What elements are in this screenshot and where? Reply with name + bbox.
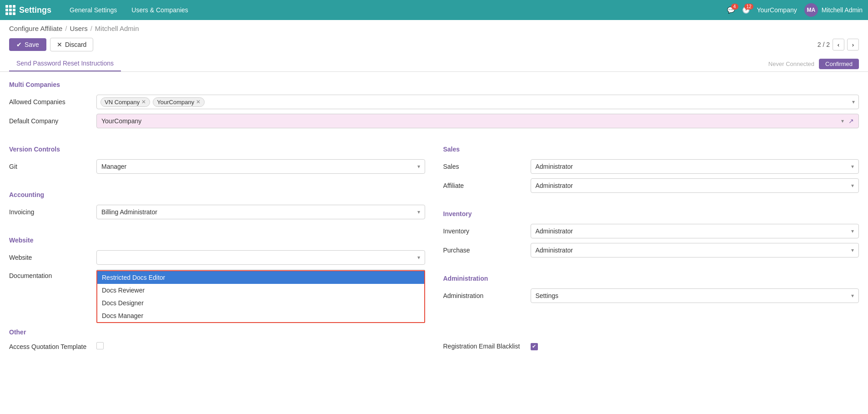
- documentation-dropdown-list: Restricted Docs Editor Docs Reviewer Doc…: [96, 270, 425, 323]
- status-confirmed-badge: Confirmed: [819, 59, 859, 69]
- registration-email-label: Registration Email Blacklist: [443, 343, 525, 350]
- nav-general-settings[interactable]: General Settings: [62, 0, 124, 20]
- default-company-field: YourCompany ▾ ↗: [96, 114, 859, 128]
- spacer-2: [9, 183, 425, 191]
- inventory-arrow-icon: ▾: [851, 228, 854, 234]
- two-column-layout: Version Controls Git Manager ▾ Accountin…: [9, 146, 859, 312]
- website-select[interactable]: ▾: [96, 250, 425, 265]
- inventory-section: Inventory Inventory Administrator ▾ Purc…: [443, 210, 859, 257]
- other-title: Other: [9, 328, 859, 336]
- discard-button[interactable]: ✕ Discard: [50, 38, 93, 51]
- sales-arrow-icon: ▾: [851, 163, 854, 170]
- inventory-label: Inventory: [443, 227, 525, 235]
- sales-label: Sales: [443, 163, 525, 170]
- inventory-select[interactable]: Administrator ▾: [531, 224, 859, 238]
- affiliate-label: Affiliate: [443, 182, 525, 189]
- chat-icon-badge[interactable]: 💬 4: [727, 6, 735, 14]
- purchase-row: Purchase Administrator ▾: [443, 243, 859, 257]
- discard-x-icon: ✕: [57, 41, 62, 48]
- sales-row: Sales Administrator ▾: [443, 159, 859, 174]
- tag-yourcompany-remove[interactable]: ✕: [196, 99, 201, 105]
- dropdown-item-docs-reviewer[interactable]: Docs Reviewer: [97, 284, 424, 297]
- breadcrumb-users[interactable]: Users: [70, 25, 87, 32]
- affiliate-value: Administrator: [536, 182, 573, 189]
- spacer-1: [9, 137, 859, 146]
- default-company-select[interactable]: YourCompany ▾ ↗: [96, 114, 859, 128]
- activity-badge: 12: [744, 4, 753, 10]
- other-left: Access Quotation Template: [9, 342, 425, 355]
- accounting-section: Accounting Invoicing Billing Administrat…: [9, 191, 425, 219]
- nav-links: General Settings Users & Companies: [62, 0, 727, 20]
- invoicing-field: Billing Administrator ▾: [96, 205, 425, 219]
- left-column: Version Controls Git Manager ▾ Accountin…: [9, 146, 425, 312]
- administration-select[interactable]: Settings ▾: [531, 288, 859, 303]
- git-value: Manager: [101, 163, 126, 170]
- sales-select[interactable]: Administrator ▾: [531, 159, 859, 174]
- allowed-companies-row: Allowed Companies VN Company ✕ YourCompa…: [9, 95, 859, 109]
- next-page-button[interactable]: ›: [847, 39, 859, 50]
- documentation-row: Documentation Restricted Docs Editor ▾ R…: [9, 269, 425, 284]
- allowed-companies-label: Allowed Companies: [9, 98, 91, 106]
- administration-field: Settings ▾: [531, 288, 859, 303]
- tag-yourcompany[interactable]: YourCompany ✕: [153, 97, 205, 107]
- inventory-title: Inventory: [443, 210, 859, 217]
- git-select[interactable]: Manager ▾: [96, 159, 425, 174]
- save-button[interactable]: ✔ Save: [9, 38, 46, 51]
- allowed-companies-tags-input[interactable]: VN Company ✕ YourCompany ✕ ▾: [96, 95, 859, 109]
- invoicing-select[interactable]: Billing Administrator ▾: [96, 205, 425, 219]
- pagination-text: 2 / 2: [818, 41, 830, 48]
- other-right: Registration Email Blacklist ✔: [443, 342, 859, 355]
- spacer-3: [9, 228, 425, 237]
- access-quotation-checkbox[interactable]: [96, 342, 104, 349]
- sales-field: Administrator ▾: [531, 159, 859, 174]
- other-two-col: Access Quotation Template Registration E…: [9, 342, 859, 355]
- purchase-arrow-icon: ▾: [851, 247, 854, 253]
- website-arrow-icon: ▾: [417, 254, 420, 261]
- prev-page-button[interactable]: ‹: [833, 39, 844, 50]
- tag-vn-company-remove[interactable]: ✕: [141, 99, 146, 105]
- dropdown-item-docs-manager[interactable]: Docs Manager: [97, 309, 424, 322]
- affiliate-select[interactable]: Administrator ▾: [531, 178, 859, 193]
- nav-users-companies[interactable]: Users & Companies: [124, 0, 196, 20]
- breadcrumb-configure-affiliate[interactable]: Configure Affiliate: [9, 25, 62, 32]
- dropdown-item-restricted-docs-editor[interactable]: Restricted Docs Editor: [97, 271, 424, 284]
- invoicing-row: Invoicing Billing Administrator ▾: [9, 205, 425, 219]
- documentation-label: Documentation: [9, 269, 91, 279]
- access-quotation-row: Access Quotation Template: [9, 342, 425, 351]
- user-menu[interactable]: MA Mitchell Admin: [804, 3, 863, 17]
- purchase-select[interactable]: Administrator ▾: [531, 243, 859, 257]
- documentation-field: Restricted Docs Editor ▾ Restricted Docs…: [96, 269, 425, 284]
- dropdown-item-docs-designer[interactable]: Docs Designer: [97, 297, 424, 309]
- spacer-5: [443, 267, 859, 275]
- spacer-4: [443, 202, 859, 210]
- top-navigation: Settings General Settings Users & Compan…: [0, 0, 868, 20]
- website-title: Website: [9, 237, 425, 244]
- other-section: Other Access Quotation Template Registra…: [9, 328, 859, 355]
- purchase-value: Administrator: [536, 247, 573, 254]
- external-link-icon[interactable]: ↗: [848, 117, 854, 125]
- default-company-label: Default Company: [9, 117, 91, 125]
- right-column: Sales Sales Administrator ▾ Affiliate A: [443, 146, 859, 312]
- git-arrow-icon: ▾: [417, 163, 420, 170]
- tag-vn-company[interactable]: VN Company ✕: [100, 97, 150, 107]
- website-section: Website Website ▾ Documentation: [9, 237, 425, 284]
- administration-value: Settings: [536, 292, 559, 299]
- sales-title: Sales: [443, 146, 859, 153]
- company-selector[interactable]: YourCompany: [757, 6, 797, 14]
- registration-email-checkbox[interactable]: ✔: [531, 343, 538, 350]
- tag-vn-company-label: VN Company: [105, 99, 140, 106]
- user-avatar: MA: [804, 3, 818, 17]
- status-never-connected: Never Connected: [768, 61, 814, 67]
- inventory-field: Administrator ▾: [531, 224, 859, 238]
- app-logo[interactable]: Settings: [5, 5, 51, 15]
- sales-value: Administrator: [536, 163, 573, 170]
- tab-send-password-reset[interactable]: Send Password Reset Instructions: [9, 56, 121, 71]
- version-controls-section: Version Controls Git Manager ▾: [9, 146, 425, 174]
- activity-icon-badge[interactable]: 🕐 12: [742, 6, 750, 14]
- invoicing-value: Billing Administrator: [101, 208, 157, 216]
- administration-section: Administration Administration Settings ▾: [443, 275, 859, 303]
- main-content: Multi Companies Allowed Companies VN Com…: [0, 72, 868, 374]
- multi-companies-title: Multi Companies: [9, 81, 859, 88]
- accounting-title: Accounting: [9, 191, 425, 198]
- grid-icon: [5, 5, 15, 15]
